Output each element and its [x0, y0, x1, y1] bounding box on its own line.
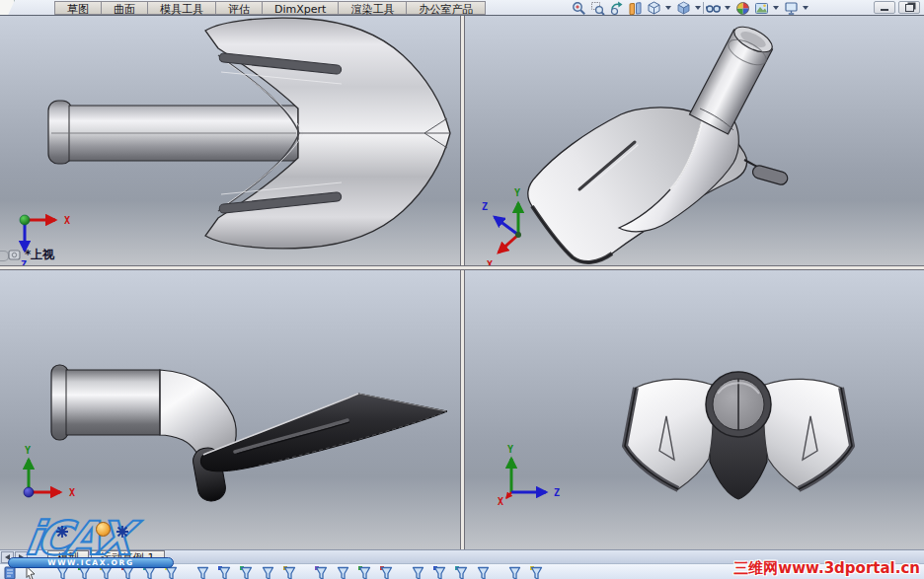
apply-scene-icon[interactable]	[753, 1, 769, 16]
status-separator	[703, 2, 704, 14]
dropdown-caret[interactable]	[695, 6, 701, 10]
document-icon[interactable]	[4, 566, 17, 579]
selection-filter-icon[interactable]	[358, 566, 371, 579]
tab-render-tools[interactable]: 渲染工具	[339, 1, 407, 15]
selection-filter-icon[interactable]	[240, 566, 253, 579]
selection-filter-icon[interactable]	[100, 566, 113, 579]
view-orientation-icon[interactable]	[646, 1, 661, 16]
selection-filter-icon[interactable]	[380, 566, 393, 579]
hide-show-items-icon[interactable]	[705, 1, 721, 16]
viewport-isometric-view[interactable]: Y Z X	[465, 16, 924, 265]
portal-watermark: 三维网www.3dportal.cn	[733, 559, 920, 578]
command-tabs: 草图 曲面 模具工具 评估 DimXpert 渲染工具 办公室产品	[54, 0, 486, 16]
reference-triad: Y X	[12, 444, 81, 507]
window-restore-button[interactable]	[898, 1, 920, 14]
tab-mold-tools[interactable]: 模具工具	[148, 1, 216, 15]
selection-filter-icon[interactable]	[412, 566, 424, 579]
axis-x-label: X	[64, 215, 70, 226]
axis-x-label: X	[498, 496, 503, 507]
viewport-side-view[interactable]: Y X	[0, 270, 460, 549]
tab-scroll-left-button[interactable]	[1, 551, 14, 563]
selection-filter-icon[interactable]	[455, 566, 468, 579]
tab-dimxpert[interactable]: DimXpert	[263, 1, 339, 15]
view-orientation-badge-icon	[8, 249, 21, 261]
selection-filter-icon[interactable]	[262, 566, 274, 579]
minimize-icon	[881, 9, 888, 11]
selection-filter-icon[interactable]	[121, 566, 134, 579]
axis-z-label: Z	[554, 487, 560, 498]
select-cursor-icon[interactable]	[26, 566, 38, 579]
panel-corner	[0, 0, 15, 15]
selection-filter-icon[interactable]	[143, 566, 156, 579]
selection-filter-icon[interactable]	[283, 566, 296, 579]
dropdown-caret[interactable]	[803, 6, 808, 10]
dropdown-caret[interactable]	[725, 6, 731, 10]
document-window-controls	[874, 1, 920, 14]
dropdown-caret[interactable]	[665, 6, 671, 10]
selection-filter-icon[interactable]	[218, 566, 231, 579]
solidworks-window: 草图 曲面 模具工具 评估 DimXpert 渲染工具 办公室产品	[0, 0, 924, 579]
selection-filter-icon[interactable]	[196, 566, 209, 579]
selection-filter-icon[interactable]	[477, 566, 490, 579]
tab-scroll-right-button[interactable]	[15, 551, 28, 563]
selection-filter-icon[interactable]	[433, 566, 446, 579]
viewport-grid: X Z *上视	[0, 16, 924, 549]
display-style-icon[interactable]	[675, 1, 691, 16]
zoom-in-out-icon[interactable]	[571, 1, 586, 16]
restore-icon	[905, 4, 914, 12]
selection-filter-icon[interactable]	[337, 566, 349, 579]
selection-filter-icon[interactable]	[78, 566, 91, 579]
selection-filter-icon[interactable]	[508, 566, 521, 579]
axis-z-label: Z	[482, 201, 488, 212]
tab-evaluate[interactable]: 评估	[216, 1, 263, 15]
selection-filter-icon[interactable]	[165, 566, 178, 579]
reference-triad: Y Z X	[477, 185, 546, 265]
axis-x-label: X	[69, 487, 75, 498]
edit-appearance-icon[interactable]	[734, 1, 750, 16]
view-settings-icon[interactable]	[783, 1, 799, 16]
tab-motion-study[interactable]: 运动算例 1	[91, 550, 165, 563]
shovel-model-side-view[interactable]	[0, 270, 460, 549]
horizontal-splitter[interactable]	[0, 265, 924, 270]
zoom-to-area-icon[interactable]	[589, 1, 605, 16]
shovel-model-rear-view[interactable]	[465, 270, 924, 549]
right-arrow-icon	[19, 554, 24, 560]
previous-view-icon[interactable]	[608, 1, 624, 16]
tab-sketch[interactable]: 草图	[54, 1, 102, 15]
reference-triad: Y Z X	[489, 444, 564, 507]
tab-office-products[interactable]: 办公室产品	[407, 1, 486, 15]
heads-up-view-toolbar	[571, 0, 809, 16]
selection-filter-icon[interactable]	[315, 566, 328, 579]
axis-y-label: Y	[25, 445, 31, 456]
dropdown-caret[interactable]	[773, 6, 779, 10]
selection-filter-icon[interactable]	[56, 566, 69, 579]
vertical-splitter[interactable]	[460, 16, 465, 549]
left-arrow-icon	[5, 554, 10, 560]
viewport-top-view[interactable]: X Z *上视	[0, 16, 460, 265]
section-view-icon[interactable]	[627, 1, 643, 16]
view-name-label: *上视	[8, 247, 54, 263]
tab-model[interactable]: 模型	[47, 550, 89, 563]
command-manager-bar: 草图 曲面 模具工具 评估 DimXpert 渲染工具 办公室产品	[0, 0, 924, 16]
axis-y-label: Y	[514, 187, 520, 198]
window-minimize-button[interactable]	[874, 1, 895, 14]
axis-y-label: Y	[507, 444, 513, 455]
tab-surfaces[interactable]: 曲面	[102, 1, 148, 15]
viewport-rear-view[interactable]: Y Z X	[465, 270, 924, 549]
selection-filter-icon[interactable]	[530, 566, 543, 579]
